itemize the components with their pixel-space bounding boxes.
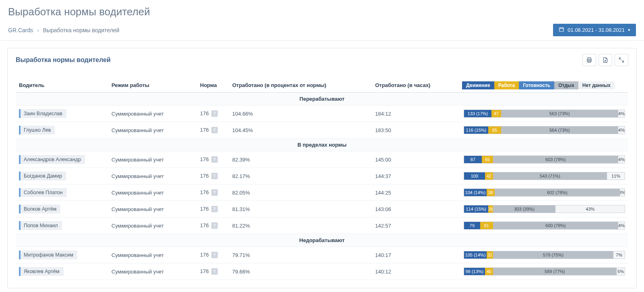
worked-hours-cell: 140:12 [372,263,460,280]
table-row: Заин ВладиславСуммированный учет176?104.… [16,106,628,122]
norm-value: 176 [200,222,209,228]
driver-chip[interactable]: Глушко Лев [19,126,55,135]
help-icon[interactable]: ? [211,252,218,258]
norm-value: 176 [200,127,209,133]
bar-segment-nodata: 4% [618,110,625,117]
mode-cell: Суммированный учет [108,201,197,217]
bar-segment-work: 61 [480,222,493,229]
col-worked-pct[interactable]: Отработано (в процентах от нормы) [229,78,372,93]
norm-cell: 176? [197,201,229,217]
help-icon[interactable]: ? [211,110,218,117]
date-range-label: 01.08.2021 - 31.08.2021 [568,27,625,33]
bar-segment-work: 38 [487,189,495,196]
norm-value: 176 [200,110,209,116]
date-range-picker[interactable]: 01.08.2021 - 31.08.2021 ▾ [553,24,636,36]
bar-segment-drive: 105 (14%) [464,251,487,259]
bar-segment-rest: 602 (78%) [495,189,620,196]
chevron-down-icon: ▾ [628,27,630,33]
norm-cell: 176? [197,106,229,122]
mode-cell: Суммированный учет [108,151,197,168]
bar-segment-rest: 589 (77%) [493,268,617,275]
mode-cell: Суммированный учет [108,184,197,201]
activity-bar: 104 (14%)38602 (78%)3% [464,188,625,197]
norm-cell: 176? [197,217,229,234]
norm-cell: 176? [197,263,229,280]
group-row: Перерабатывают [16,93,628,106]
worked-pct-cell: 82.05% [229,184,372,201]
worked-hours-cell: 144:37 [372,168,460,184]
breadcrumb-root[interactable]: GR.Cards [8,27,33,33]
help-icon[interactable]: ? [211,173,218,179]
group-title: Недорабатывают [16,234,628,247]
help-icon[interactable]: ? [211,189,218,196]
driver-chip[interactable]: Заин Владислав [19,109,66,118]
worked-hours-cell: 145:00 [372,151,460,168]
activity-bar: 116 (15%)65564 (73%)4% [464,126,625,134]
bar-segment-rest: 543 (71%) [493,172,607,180]
driver-chip[interactable]: Яковлев Артём [19,267,64,276]
worked-pct-cell: 81.31% [229,201,372,217]
bar-segment-drive: 87 [464,156,482,163]
mode-cell: Суммированный учет [108,263,197,280]
norm-value: 176 [200,156,209,162]
help-icon[interactable]: ? [211,268,218,275]
worked-pct-cell: 81.22% [229,217,372,234]
bar-segment-work: 40 [485,268,493,275]
panel-actions [582,54,628,66]
expand-icon [618,57,625,63]
group-title: Перерабатывают [16,93,628,106]
col-mode[interactable]: Режим работы [108,78,197,93]
export-excel-button[interactable] [599,54,612,66]
norm-cell: 176? [197,247,229,263]
legend-nodata: Нет данных [578,81,615,89]
bar-segment-work: 47 [491,110,501,117]
col-driver[interactable]: Водитель [16,78,108,93]
driver-chip[interactable]: Волков Артём [19,205,60,213]
page-title: Выработка нормы водителей [0,0,644,21]
mode-cell: Суммированный учет [108,168,197,184]
help-icon[interactable]: ? [211,222,218,229]
svg-rect-0 [559,28,564,31]
bar-segment-rest: 603 (78%) [493,156,618,163]
legend-work: Работа [494,81,519,89]
col-worked-hours[interactable]: Отработано (в часах) [372,78,460,93]
norm-value: 176 [200,252,209,258]
help-icon[interactable]: ? [211,127,218,133]
bar-segment-nodata: 43% [555,205,625,213]
breadcrumb-bar: GR.Cards › Выработка нормы водителей 01.… [0,21,644,41]
bar-segment-rest: 563 (73%) [501,110,618,117]
bar-segment-rest: 579 (75%) [493,251,613,259]
table-row: Волков АртёмСуммированный учет176?81.31%… [16,201,628,217]
bar-segment-work: 42 [485,172,493,180]
driver-chip[interactable]: Попов Михаил [19,221,62,230]
bar-segment-work: 55 [482,156,493,163]
help-icon[interactable]: ? [211,156,218,163]
print-button[interactable] [582,54,596,66]
table-row: Соболев ПлатонСуммированный учет176?82.0… [16,184,628,201]
bar-segment-drive: 116 (15%) [464,126,488,134]
fullscreen-button[interactable] [615,54,628,66]
activity-bar: 98 (13%)40589 (77%)5% [464,267,625,275]
norm-value: 176 [200,173,209,179]
norm-value: 176 [200,189,209,195]
bar-segment-nodata: 4% [618,222,625,229]
worked-hours-cell: 143:06 [372,201,460,217]
worked-pct-cell: 104.45% [229,122,372,139]
bar-segment-drive: 114 (15%) [464,205,488,213]
activity-bar: 8755603 (78%)4% [464,155,625,164]
worked-hours-cell: 183:50 [372,122,460,139]
table-row: Попов МихаилСуммированный учет176?81.22%… [16,217,628,234]
driver-chip[interactable]: Соболев Платон [19,188,67,197]
help-icon[interactable]: ? [211,206,218,212]
table-row: Митрофанов МаксимСуммированный учет176?7… [16,247,628,263]
group-row: Недорабатывают [16,234,628,247]
bar-segment-drive: 98 (13%) [464,268,485,275]
driver-chip[interactable]: Митрофанов Максим [19,251,77,259]
driver-chip[interactable]: Александров Александр [19,155,85,164]
driver-chip[interactable]: Богданов Дамир [19,172,66,180]
bar-segment-nodata: 4% [618,156,625,163]
col-norm[interactable]: Норма [197,78,229,93]
bar-segment-nodata: 3% [620,189,625,196]
mode-cell: Суммированный учет [108,106,197,122]
mode-cell: Суммированный учет [108,217,197,234]
